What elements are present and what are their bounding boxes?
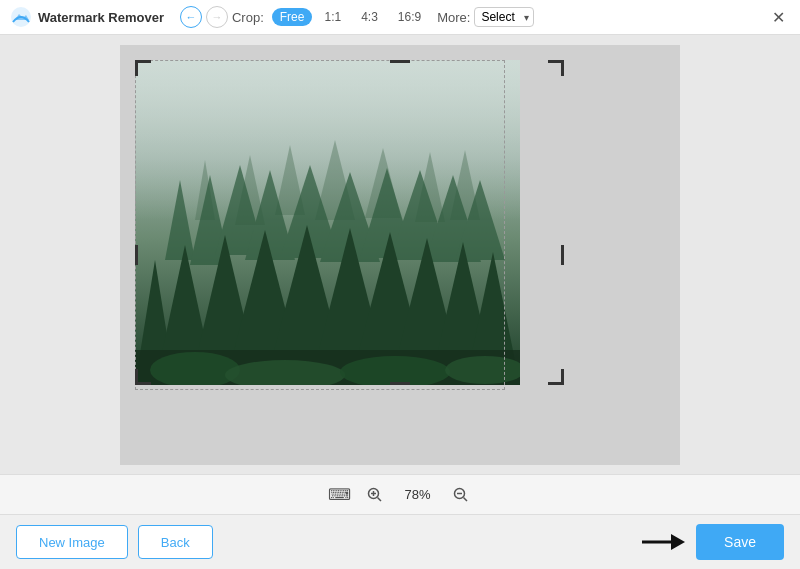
crop-4-3-button[interactable]: 4:3: [353, 8, 386, 26]
more-label: More:: [437, 10, 470, 25]
zoom-in-icon: [367, 487, 383, 503]
pan-tool-icon[interactable]: ⌨: [328, 485, 351, 504]
arrow-right-icon: [638, 527, 688, 557]
crop-label: Crop:: [232, 10, 264, 25]
crop-handle-mb[interactable]: [390, 377, 410, 385]
close-button[interactable]: ✕: [766, 5, 790, 29]
more-select-wrapper: Select: [474, 7, 534, 27]
app-title: Watermark Remover: [38, 10, 164, 25]
main-canvas-area: [0, 35, 800, 474]
crop-1-1-button[interactable]: 1:1: [316, 8, 349, 26]
new-image-button[interactable]: New Image: [16, 525, 128, 559]
crop-free-button[interactable]: Free: [272, 8, 313, 26]
crop-16-9-button[interactable]: 16:9: [390, 8, 429, 26]
undo-button[interactable]: ←: [180, 6, 202, 28]
image-canvas: [120, 45, 680, 465]
svg-marker-43: [671, 534, 685, 550]
crop-handle-tr[interactable]: [548, 60, 564, 76]
zoom-out-icon: [453, 487, 469, 503]
crop-handle-tl[interactable]: [135, 60, 151, 76]
save-button[interactable]: Save: [696, 524, 784, 560]
more-select[interactable]: Select: [474, 7, 534, 27]
crop-handle-mr[interactable]: [556, 245, 564, 265]
forest-image: [135, 60, 520, 385]
zoom-bar: ⌨ 78%: [0, 474, 800, 514]
action-bar: New Image Back Save: [0, 514, 800, 569]
zoom-out-button[interactable]: [449, 483, 473, 507]
zoom-value: 78%: [399, 487, 437, 502]
app-logo-icon: [10, 6, 32, 28]
back-button[interactable]: Back: [138, 525, 213, 559]
crop-handle-br[interactable]: [548, 369, 564, 385]
crop-handle-ml[interactable]: [135, 245, 143, 265]
svg-line-40: [463, 497, 467, 501]
arrow-container: [638, 527, 688, 557]
crop-handle-bl[interactable]: [135, 369, 151, 385]
redo-button[interactable]: →: [206, 6, 228, 28]
title-bar: Watermark Remover ← → Crop: Free 1:1 4:3…: [0, 0, 800, 35]
svg-line-36: [377, 497, 381, 501]
crop-handle-mt[interactable]: [390, 60, 410, 68]
zoom-in-button[interactable]: [363, 483, 387, 507]
